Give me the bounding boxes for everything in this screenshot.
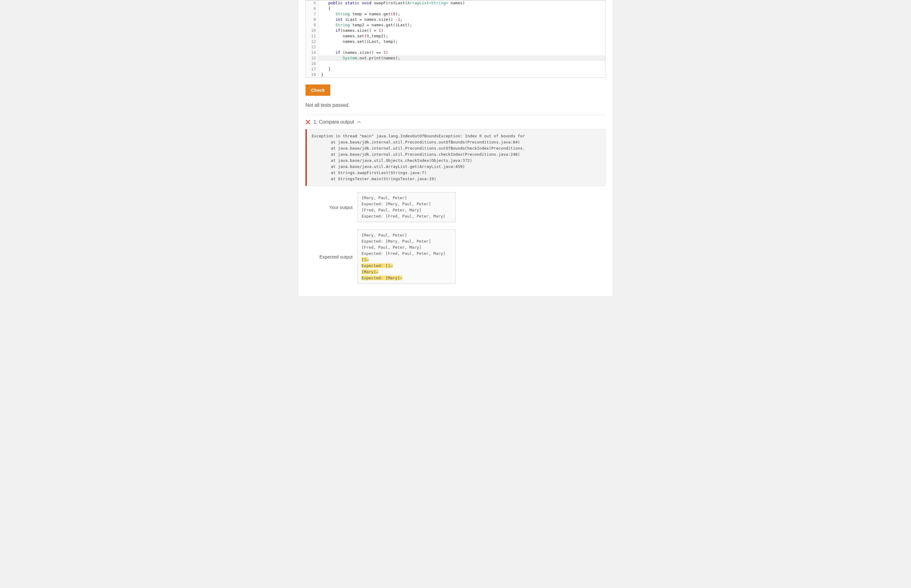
code-line[interactable]: } [321, 66, 603, 72]
line-number: 15 [308, 55, 316, 61]
output-line: Expected: [Fred, Paul, Peter, Mary] [361, 250, 451, 257]
expected-output-box: [Mary, Paul, Peter]Expected: [Mary, Paul… [358, 229, 455, 284]
line-number-gutter: 56789101112131415161718 [306, 0, 319, 78]
code-line[interactable]: } [321, 72, 603, 78]
code-line[interactable]: { [321, 6, 603, 11]
code-line[interactable]: String temp = names.get(0); [321, 11, 603, 17]
line-number: 18 [308, 72, 316, 78]
output-line: [Fred, Paul, Peter, Mary] [361, 207, 451, 213]
line-number: 10 [308, 28, 316, 33]
line-number: 14 [308, 50, 316, 55]
code-line[interactable] [321, 44, 603, 50]
output-line: Expected: [Mary, Paul, Peter] [361, 238, 451, 244]
line-number: 8 [308, 17, 316, 22]
exception-output: Exception in thread "main" java.lang.Ind… [306, 129, 605, 186]
line-number: 7 [308, 11, 316, 17]
separator [306, 115, 605, 115]
output-comparison-grid: Your output [Mary, Paul, Peter]Expected:… [306, 192, 605, 284]
output-line: [Mary, Paul, Peter] [361, 195, 451, 201]
status-text: Not all tests passed. [306, 102, 605, 108]
code-area[interactable]: public static void swapFirstLast(ArrayLi… [319, 0, 605, 78]
code-line[interactable]: int iLast = names.size() -1; [321, 17, 603, 22]
code-line[interactable]: String temp2 = names.get(iLast); [321, 22, 603, 28]
output-line: Expected: [Fred, Paul, Peter, Mary] [361, 213, 451, 219]
line-number: 6 [308, 6, 316, 11]
test-header-text: 1: Compare output [314, 119, 354, 125]
code-line[interactable] [321, 61, 603, 66]
output-line: [Mary, Paul, Peter] [361, 232, 451, 238]
code-line[interactable]: public static void swapFirstLast(ArrayLi… [321, 0, 603, 6]
your-output-box: [Mary, Paul, Peter]Expected: [Mary, Paul… [358, 192, 455, 222]
code-editor[interactable]: 56789101112131415161718 public static vo… [306, 0, 605, 78]
output-line: [Mary]↵ [361, 269, 451, 275]
line-number: 9 [308, 22, 316, 28]
your-output-label: Your output [306, 205, 354, 210]
output-line: Expected: []↵ [361, 263, 451, 269]
chevron-up-icon [357, 120, 361, 124]
test-result-header[interactable]: 1: Compare output [306, 119, 605, 125]
line-number: 16 [308, 61, 316, 66]
line-number: 11 [308, 33, 316, 39]
line-number: 12 [308, 39, 316, 44]
output-line: []↵ [361, 257, 451, 263]
code-line[interactable]: names.set(iLast, temp); [321, 39, 603, 44]
output-line: Expected: [Mary]↵ [361, 275, 451, 281]
line-number: 13 [308, 44, 316, 50]
line-number: 17 [308, 66, 316, 72]
code-line[interactable]: if(names.size() > 1) [321, 28, 603, 33]
check-button[interactable]: Check [306, 84, 330, 96]
expected-output-label: Expected output [306, 254, 354, 259]
code-line[interactable]: names.set(0,temp2); [321, 33, 603, 39]
fail-icon [306, 120, 311, 124]
code-line[interactable]: if (names.size() == 1) [321, 50, 603, 55]
line-number: 5 [308, 0, 316, 6]
output-line: [Fred, Paul, Peter, Mary] [361, 244, 451, 250]
output-line: Expected: [Mary, Paul, Peter] [361, 201, 451, 207]
